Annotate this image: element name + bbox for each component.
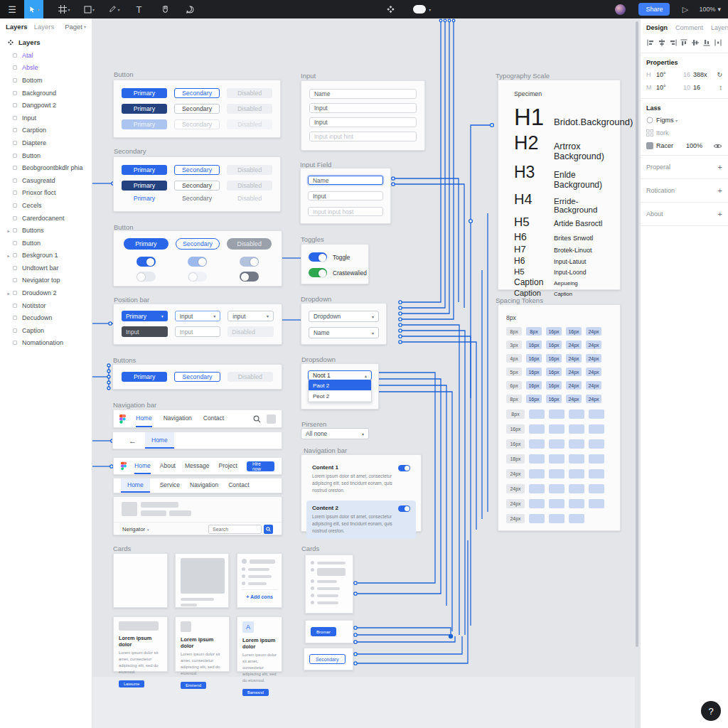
tab-layers[interactable]: Layers [6, 23, 28, 31]
layer-item[interactable]: Beobgroontbkdlr phia [0, 161, 92, 174]
layer-item[interactable]: Atal [0, 49, 92, 62]
button[interactable]: Disabled [227, 119, 272, 129]
list-card[interactable] [305, 555, 353, 614]
navigator-dropdown[interactable]: Nerigator▾ [122, 526, 149, 532]
content-item[interactable]: Content 1 Lorem ipsum dolor sit amet, co… [306, 460, 416, 498]
canvas-scrollbar[interactable] [636, 21, 638, 647]
button[interactable]: Secondary [174, 104, 220, 114]
token-swatch[interactable] [589, 484, 604, 493]
card-button[interactable]: Bamssnd [242, 689, 269, 696]
tab-comment[interactable]: Comment [675, 24, 703, 31]
button[interactable]: Disabled [228, 372, 273, 382]
page-selector[interactable]: Paget▾ [65, 23, 86, 31]
nav-item-home[interactable]: Home [145, 432, 174, 449]
spacing-chip[interactable]: 16px [566, 327, 582, 336]
nav-item[interactable]: Navigation [164, 410, 192, 427]
token-swatch[interactable] [529, 454, 545, 464]
menu-icon[interactable]: ☰ [0, 0, 24, 18]
layer-item[interactable]: Cecels [0, 199, 92, 212]
token-swatch[interactable] [589, 410, 604, 419]
token-label[interactable]: 8px [506, 410, 525, 419]
spacing-chip[interactable]: 24px [566, 381, 582, 390]
spacing-chip[interactable]: 3px [506, 341, 522, 349]
token-swatch[interactable] [569, 454, 584, 464]
token-swatch[interactable] [589, 424, 604, 434]
secondary-button[interactable]: Secondary [309, 654, 346, 664]
text-button[interactable]: Primary [122, 193, 167, 203]
button[interactable]: Disabled [227, 181, 272, 191]
align-top-icon[interactable] [680, 38, 688, 47]
spacing-chip[interactable]: 8px [506, 327, 522, 336]
dropdown[interactable]: Name▾ [309, 327, 379, 338]
spacing-chip[interactable]: 24px [586, 341, 601, 349]
token-label[interactable]: 24px [506, 469, 525, 478]
spacing-chip[interactable]: 16px [526, 354, 542, 363]
layer-item[interactable]: Background [0, 87, 92, 100]
token-swatch[interactable] [529, 514, 545, 523]
pill-button[interactable]: Primary [124, 238, 168, 250]
collapsed-section[interactable]: About+ [641, 203, 728, 226]
button[interactable]: Primary [122, 104, 167, 114]
layer-item[interactable]: Carption [0, 124, 92, 137]
search-button[interactable] [264, 525, 273, 534]
nav-item[interactable]: Navigation [190, 478, 218, 493]
spacing-chip[interactable]: 24px [566, 368, 582, 376]
token-swatch[interactable] [589, 454, 604, 464]
collapsed-section[interactable]: Rotication+ [641, 179, 728, 203]
dropdown-option[interactable]: Peot 2 [309, 391, 371, 402]
align-center-v-icon[interactable] [691, 38, 700, 47]
layer-item[interactable]: ▸ Buttons [0, 224, 92, 237]
color-swatch[interactable] [646, 142, 653, 149]
spacing-chip[interactable]: 16px [546, 381, 562, 390]
nav-item[interactable]: About [160, 458, 176, 474]
token-swatch[interactable] [549, 454, 564, 464]
spacing-chip[interactable]: 24px [586, 327, 601, 336]
align-left-icon[interactable] [646, 38, 655, 47]
nav-item[interactable]: Home [136, 410, 152, 427]
layer-item[interactable]: Nomationation [0, 337, 92, 350]
token-swatch[interactable] [589, 499, 604, 508]
layer-item[interactable]: Prioxor floct [0, 187, 92, 200]
spacing-chip[interactable]: 16px [546, 368, 562, 376]
layer-item[interactable]: Button [0, 149, 92, 162]
card-button[interactable]: Emmend [181, 682, 206, 689]
nav-item[interactable]: Home [134, 458, 151, 474]
input-box[interactable]: Input [122, 326, 168, 337]
token-label[interactable]: 24px [506, 484, 525, 493]
spacing-chip[interactable]: 24px [586, 368, 601, 376]
layer-item[interactable]: ▸ Droudown 2 [0, 287, 92, 299]
spacing-chip[interactable]: 16px [526, 341, 542, 349]
layer-root[interactable]: Layers [0, 34, 92, 49]
plus-icon[interactable]: + [718, 163, 722, 171]
shape-tool-icon[interactable]: ▾ [80, 0, 99, 18]
token-swatch[interactable] [529, 484, 545, 493]
toggle[interactable] [240, 257, 259, 267]
token-swatch[interactable] [569, 424, 584, 434]
tab-design[interactable]: Design [646, 24, 668, 31]
pill-button[interactable]: Secondary [176, 238, 220, 250]
align-bottom-icon[interactable] [702, 38, 711, 47]
layer-item[interactable]: Button [0, 237, 92, 250]
dropdown-option[interactable]: Paot 2 [309, 380, 371, 391]
spacing-chip[interactable]: 24px [586, 381, 601, 390]
card-button[interactable]: Lassume [119, 680, 144, 687]
present-icon[interactable]: ▷ [675, 0, 695, 18]
toggle[interactable] [398, 465, 410, 471]
layer-item[interactable]: Bottom [0, 74, 92, 87]
button[interactable]: Secondary [174, 181, 220, 191]
layer-item[interactable]: Caption [0, 324, 92, 337]
toggle[interactable] [188, 257, 207, 267]
token-swatch[interactable] [569, 410, 584, 419]
dropdown[interactable]: input▾ [228, 311, 274, 321]
toggle[interactable] [136, 272, 156, 282]
button[interactable]: Disabled [227, 88, 272, 98]
frame-tool-icon[interactable]: ▾ [55, 0, 74, 18]
token-swatch[interactable] [569, 469, 584, 478]
x-field[interactable]: 388x [693, 71, 714, 78]
layer-item[interactable]: Diaptere [0, 136, 92, 149]
blend-mode-select[interactable]: Figms ▾ [656, 117, 678, 124]
token-swatch[interactable] [549, 469, 564, 478]
avatar-placeholder[interactable] [267, 414, 276, 424]
toggle[interactable] [136, 257, 156, 267]
tab-layers-2[interactable]: Layers [34, 23, 55, 31]
